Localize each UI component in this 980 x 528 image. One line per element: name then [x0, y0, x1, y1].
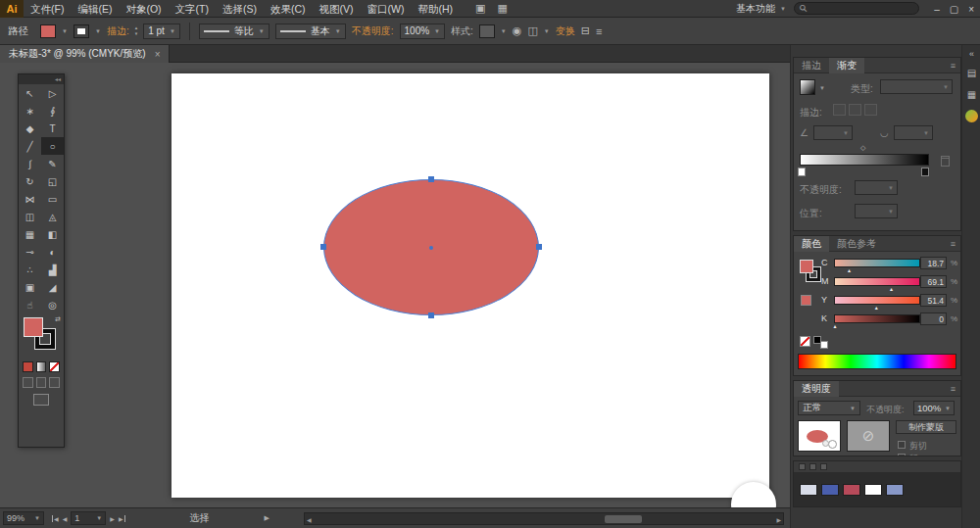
- menu-item[interactable]: 视图(V): [313, 0, 361, 18]
- color-spectrum-bar[interactable]: [798, 354, 956, 369]
- transparency-opacity-select[interactable]: 100%▼: [913, 401, 955, 415]
- blend-mode-select[interactable]: 正常▼: [798, 401, 860, 415]
- white-swatch[interactable]: [820, 341, 828, 349]
- scroll-right-icon[interactable]: ▶: [776, 516, 781, 523]
- anchor-top[interactable]: [428, 176, 434, 182]
- status-menu-arrow[interactable]: ▶: [265, 514, 270, 522]
- gradient-stop-end[interactable]: [921, 168, 929, 176]
- none-swatch[interactable]: [800, 336, 810, 347]
- anchor-bottom[interactable]: [428, 312, 434, 318]
- invert-mask-checkbox[interactable]: [898, 454, 906, 456]
- tab-color[interactable]: 颜色: [794, 236, 829, 252]
- gradient-mode-icon[interactable]: [36, 361, 47, 372]
- canvas-area[interactable]: ◂◂ ↖▷∗∮◆T╱○∫✎↻◱⋈▭◫◬▦◧⊸◐∴▟▣◢☝◎ ⇄: [0, 63, 790, 507]
- gradient-stop-start[interactable]: [798, 168, 806, 176]
- make-mask-button[interactable]: 制作蒙版: [896, 420, 956, 434]
- shape-builder-tool[interactable]: ◫: [19, 208, 41, 225]
- color-mode-icon[interactable]: [23, 361, 33, 372]
- menu-item[interactable]: 文件(F): [24, 0, 71, 18]
- eyedropper-tool[interactable]: ⊸: [19, 243, 41, 261]
- menu-item[interactable]: 帮助(H): [412, 0, 461, 18]
- restore-button[interactable]: ▢: [950, 4, 958, 15]
- menu-item[interactable]: 窗口(W): [361, 0, 412, 18]
- partial-panel-header[interactable]: [794, 461, 960, 473]
- center-point[interactable]: [429, 246, 433, 250]
- screen-mode-button[interactable]: [33, 394, 49, 406]
- width-profile-select[interactable]: 等比▼: [199, 24, 270, 39]
- channel-slider[interactable]: ▴: [834, 296, 920, 305]
- gradient-type-select[interactable]: ▼: [880, 79, 953, 94]
- chevron-down-icon[interactable]: ▼: [62, 28, 68, 34]
- color-guide-panel-icon[interactable]: [965, 110, 978, 122]
- opacity-link[interactable]: 不透明度:: [352, 24, 394, 38]
- magic-wand-tool[interactable]: ∗: [19, 102, 41, 120]
- scroll-left-icon[interactable]: ◀: [307, 516, 312, 523]
- anchor-left[interactable]: [320, 244, 326, 250]
- free-transform-tool[interactable]: ▭: [41, 190, 64, 208]
- slider-handle[interactable]: ▴: [890, 285, 893, 292]
- zoom-select[interactable]: 99%▼: [3, 511, 44, 525]
- stroke-width-select[interactable]: 1 pt▼: [143, 24, 180, 39]
- horizontal-scrollbar[interactable]: ◀ ▶: [304, 512, 784, 525]
- ellipse-tool[interactable]: ○: [41, 137, 64, 155]
- paintbrush-tool[interactable]: ∫: [19, 155, 41, 172]
- channel-value[interactable]: 0: [920, 312, 947, 325]
- scale-tool[interactable]: ◱: [41, 172, 64, 190]
- chevron-down-icon[interactable]: ▼: [819, 85, 825, 91]
- workspace-switcher[interactable]: 基本功能 ▼: [736, 0, 786, 18]
- pen-tool[interactable]: ◆: [19, 120, 41, 137]
- artboard-number-field[interactable]: 1▼: [71, 511, 106, 525]
- chevron-down-icon[interactable]: ▼: [501, 28, 507, 34]
- style-swatch[interactable]: [479, 24, 495, 38]
- bridge-icon[interactable]: ▣: [475, 2, 485, 15]
- perspective-grid-tool[interactable]: ◬: [41, 208, 64, 225]
- clip-checkbox[interactable]: [898, 441, 906, 449]
- document-tab[interactable]: 未标题-3* @ 99% (CMYK/预览) ×: [0, 45, 170, 63]
- menu-item[interactable]: 效果(C): [264, 0, 313, 18]
- swatch-chip[interactable]: [821, 484, 839, 496]
- mesh-tool[interactable]: ▦: [19, 225, 41, 243]
- first-artboard-button[interactable]: ◀: [52, 515, 59, 522]
- channel-slider[interactable]: ▴: [834, 277, 920, 286]
- swatch-chip[interactable]: [800, 484, 817, 496]
- align-icon[interactable]: ◫: [527, 24, 537, 37]
- menu-item[interactable]: 对象(O): [119, 0, 168, 18]
- channel-value[interactable]: 69.1: [920, 275, 947, 288]
- recolor-artwork-icon[interactable]: ◉: [513, 24, 522, 37]
- stroke-gradient-within-button[interactable]: [833, 104, 846, 116]
- symbol-sprayer-tool[interactable]: ∴: [19, 261, 41, 278]
- expand-dock-icon[interactable]: «: [962, 49, 980, 59]
- slice-tool[interactable]: ◢: [41, 278, 64, 296]
- direct-selection-tool[interactable]: ▷: [41, 84, 64, 102]
- stroke-gradient-along-button[interactable]: [849, 104, 861, 116]
- swatch-chip[interactable]: [886, 484, 904, 496]
- stroke-gradient-across-button[interactable]: [864, 104, 877, 116]
- gradient-slider[interactable]: [800, 154, 929, 166]
- stroke-color-control[interactable]: [74, 24, 89, 38]
- draw-normal-button[interactable]: [23, 377, 33, 388]
- transform-link[interactable]: 变换: [556, 24, 575, 38]
- lasso-tool[interactable]: ∮: [41, 102, 64, 120]
- channel-slider[interactable]: ▴: [834, 314, 920, 323]
- pencil-tool[interactable]: ✎: [41, 155, 64, 172]
- hand-tool[interactable]: ☝: [19, 296, 41, 313]
- type-tool[interactable]: T: [41, 120, 64, 137]
- arrange-documents-icon[interactable]: ▦: [497, 2, 507, 15]
- stroke-width-stepper[interactable]: ▴▾: [135, 25, 138, 36]
- swatch-chip[interactable]: [843, 484, 860, 496]
- panel-menu-icon[interactable]: ≡: [951, 239, 956, 249]
- active-color-well[interactable]: [801, 295, 811, 306]
- swatch-chip[interactable]: [864, 484, 882, 496]
- width-tool[interactable]: ⋈: [19, 190, 41, 208]
- anchor-right[interactable]: [536, 244, 542, 250]
- menu-item[interactable]: 文字(T): [169, 0, 216, 18]
- gradient-location-field[interactable]: ▼: [855, 204, 898, 218]
- last-artboard-button[interactable]: ▶: [119, 515, 125, 522]
- color-panel-icon[interactable]: ▤: [965, 67, 979, 80]
- scrollbar-thumb[interactable]: [605, 515, 642, 523]
- swap-fill-stroke-icon[interactable]: ⇄: [55, 315, 61, 323]
- draw-inside-button[interactable]: [49, 377, 60, 388]
- gradient-tool[interactable]: ◧: [41, 225, 64, 243]
- color-fill-swatch[interactable]: [800, 260, 813, 273]
- channel-value[interactable]: 18.7: [920, 257, 947, 269]
